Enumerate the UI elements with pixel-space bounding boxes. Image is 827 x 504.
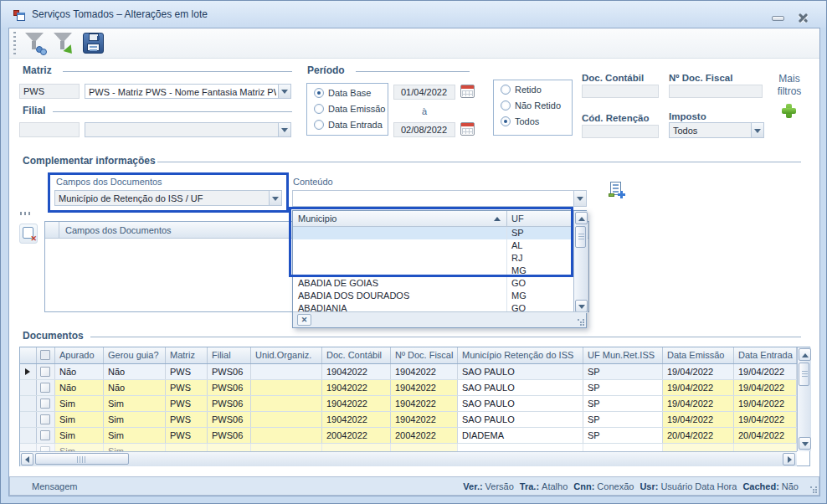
row-checkbox-cell[interactable]: [37, 396, 55, 411]
matriz-combo-dropdown-button[interactable]: [278, 85, 290, 98]
column-header-data-entrada[interactable]: Data Entrada: [734, 347, 797, 363]
dropdown-vscrollbar[interactable]: [573, 211, 588, 313]
radio-option-data-emissão[interactable]: Data Emissão: [314, 104, 385, 116]
row-indicator-column: [45, 222, 59, 238]
dropdown-list-item[interactable]: MG: [293, 265, 573, 277]
scrollbar-thumb[interactable]: [35, 453, 129, 465]
imposto-combo[interactable]: Todos: [669, 122, 764, 138]
cell: SP: [583, 364, 663, 379]
scroll-down-button[interactable]: [799, 437, 811, 450]
checkbox-icon[interactable]: [40, 367, 50, 377]
column-header-data-emiss-o[interactable]: Data Emissão: [663, 347, 734, 363]
radio-label: Todos: [515, 116, 539, 126]
column-header-apurado[interactable]: Apurado: [55, 347, 104, 363]
scroll-right-button[interactable]: [783, 453, 795, 465]
checkbox-icon[interactable]: [40, 383, 50, 393]
radio-option-data-entrada[interactable]: Data Entrada: [314, 120, 383, 131]
row-checkbox-cell[interactable]: [37, 428, 55, 443]
select-all-header[interactable]: [37, 347, 55, 363]
column-header-filial[interactable]: Filial: [208, 347, 251, 363]
scrollbar-thumb[interactable]: [799, 363, 809, 386]
checkbox-icon[interactable]: [40, 350, 50, 360]
scroll-down-button[interactable]: [575, 300, 588, 312]
date-from-field[interactable]: 01/04/2022: [393, 85, 455, 100]
imposto-combo-dropdown-button[interactable]: [751, 123, 763, 137]
column-header-gerou-guia-[interactable]: Gerou guia?: [104, 347, 166, 363]
calendar-icon[interactable]: [460, 85, 475, 98]
apply-filter-button[interactable]: [51, 31, 76, 56]
table-row[interactable]: SimSimPWSPWS061904202219042022SAO PAULOS…: [20, 412, 797, 428]
dropdown-header[interactable]: Municipio UF: [293, 211, 573, 227]
minimize-button[interactable]: [772, 16, 784, 21]
num-doc-fiscal-field[interactable]: [669, 85, 763, 98]
calendar-icon[interactable]: [460, 122, 475, 136]
column-header-matriz[interactable]: Matriz: [166, 347, 208, 363]
conteudo-combo[interactable]: [292, 190, 587, 207]
doc-contabil-field[interactable]: [582, 85, 659, 98]
matriz-combo[interactable]: PWS - Matriz PWS - Nome Fantasia Matriz …: [85, 84, 291, 99]
column-header-doc-cont-bil[interactable]: Doc. Contábil: [322, 347, 391, 363]
checkbox-icon[interactable]: [40, 399, 50, 409]
campos-combo-dropdown-button[interactable]: [269, 191, 281, 205]
dropdown-close-button[interactable]: ✕: [297, 314, 311, 326]
filial-code-field[interactable]: [19, 122, 80, 137]
table-row[interactable]: NãoNãoPWSPWS061904202219042022SAO PAULOS…: [20, 380, 797, 396]
dropdown-list-item[interactable]: ABADIA DOS DOURADOSMG: [293, 290, 573, 302]
campos-grid-header-label: Campos dos Documentos: [65, 225, 172, 235]
scrollbar-thumb[interactable]: [575, 226, 586, 248]
titlebar[interactable]: Serviços Tomados – Alterações em lote: [1, 1, 826, 28]
filter-settings-button[interactable]: [23, 31, 48, 56]
resize-grip-icon[interactable]: [578, 319, 584, 326]
remove-row-button[interactable]: ✕: [19, 224, 38, 244]
row-checkbox-cell[interactable]: [37, 412, 55, 427]
grid-vscrollbar[interactable]: [797, 347, 811, 451]
filial-combo-dropdown-button[interactable]: [278, 123, 290, 136]
row-checkbox-cell[interactable]: [37, 380, 55, 395]
dropdown-list-item[interactable]: SP: [293, 227, 573, 239]
column-header-munic-pio-reten-o-do-iss[interactable]: Município Retenção do ISS: [458, 347, 583, 363]
table-row[interactable]: SimSimPWSPWS062004202220042022DIADEMASP2…: [20, 428, 797, 444]
matriz-code-field[interactable]: PWS: [19, 84, 80, 99]
campos-documentos-combo[interactable]: Município de Retenção do ISS / UF: [54, 190, 282, 206]
grid-hscrollbar[interactable]: [20, 451, 797, 466]
close-button[interactable]: [797, 12, 809, 24]
periodo-label: Período: [307, 64, 345, 76]
documentos-label: Documentos: [23, 330, 84, 342]
radio-option-não-retido[interactable]: Não Retido: [501, 100, 561, 112]
table-row[interactable]: NãoNãoPWSPWS061904202219042022SAO PAULOS…: [20, 364, 797, 380]
resize-grip-icon[interactable]: [810, 486, 817, 493]
save-button[interactable]: [81, 31, 106, 56]
dropdown-list-item[interactable]: AL: [293, 239, 573, 252]
uf-column-header[interactable]: UF: [511, 213, 524, 224]
scroll-up-button[interactable]: [575, 212, 588, 224]
uf-cell: AL: [511, 240, 522, 250]
table-row[interactable]: SimSimPWSPWS061904202219042022SAO PAULOS…: [20, 396, 797, 412]
dropdown-list-item[interactable]: ABADIA DE GOIASGO: [293, 277, 573, 290]
filial-combo[interactable]: [85, 122, 291, 137]
checkbox-icon[interactable]: [40, 430, 50, 440]
documentos-grid[interactable]: ApuradoGerou guia?MatrizFilialUnid.Organ…: [19, 347, 810, 466]
status-label: Usr:: [640, 481, 658, 491]
toolbar-grip[interactable]: [13, 32, 16, 54]
add-to-list-button[interactable]: [609, 182, 625, 198]
table-row[interactable]: SimSim: [20, 444, 797, 451]
date-to-field[interactable]: 02/08/2022: [393, 122, 455, 137]
cod-retencao-field[interactable]: [582, 125, 659, 138]
overflow-dots-icon[interactable]: [20, 212, 32, 215]
column-header-unid-organiz-[interactable]: Unid.Organiz.: [251, 347, 322, 363]
scroll-up-button[interactable]: [799, 348, 811, 361]
radio-option-todos[interactable]: Todos: [501, 116, 539, 128]
column-header-uf-mun-ret-iss[interactable]: UF Mun.Ret.ISS: [583, 347, 663, 363]
dropdown-list-item[interactable]: RJ: [293, 252, 573, 265]
checkbox-icon[interactable]: [40, 414, 50, 424]
status-label: Ver.:: [463, 481, 482, 491]
add-filter-button[interactable]: [782, 104, 796, 118]
row-checkbox-cell[interactable]: [37, 364, 55, 379]
radio-option-data-base[interactable]: Data Base: [314, 88, 371, 100]
row-checkbox-cell[interactable]: [37, 444, 55, 451]
municipio-column-header[interactable]: Municipio: [298, 213, 336, 224]
radio-option-retido[interactable]: Retido: [501, 85, 542, 96]
scroll-left-button[interactable]: [21, 453, 33, 465]
column-header-n-doc-fiscal[interactable]: Nº Doc. Fiscal: [391, 347, 458, 363]
conteudo-combo-dropdown-button[interactable]: [573, 191, 586, 206]
